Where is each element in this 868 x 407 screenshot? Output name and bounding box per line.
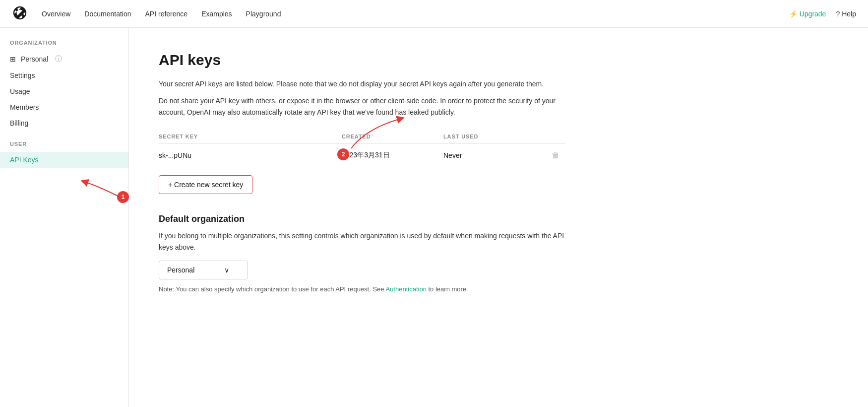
members-label: Members bbox=[10, 103, 39, 111]
info-icon: ⓘ bbox=[55, 55, 62, 64]
grid-icon: ⊞ bbox=[10, 55, 16, 63]
chevron-down-icon: ∨ bbox=[224, 266, 229, 274]
api-reference-link[interactable]: API reference bbox=[145, 10, 188, 18]
delete-icon[interactable]: 🗑 bbox=[552, 151, 559, 159]
layout: ORGANIZATION ⊞ Personal ⓘ Settings Usage… bbox=[0, 28, 868, 407]
billing-label: Billing bbox=[10, 119, 28, 127]
topnav-links: Overview Documentation API reference Exa… bbox=[42, 10, 281, 18]
upgrade-label: Upgrade bbox=[800, 10, 826, 18]
col-header-action bbox=[545, 130, 565, 144]
page-title: API keys bbox=[159, 52, 838, 68]
org-section-label: ORGANIZATION bbox=[0, 40, 128, 51]
main-content: API keys Your secret API keys are listed… bbox=[129, 28, 868, 407]
col-header-secret-key: SECRET KEY bbox=[159, 130, 342, 144]
examples-link[interactable]: Examples bbox=[201, 10, 232, 18]
upgrade-button[interactable]: ⚡ Upgrade bbox=[789, 10, 826, 18]
org-note-text: Note: You can also specify which organiz… bbox=[159, 285, 384, 293]
topnav: Overview Documentation API reference Exa… bbox=[0, 0, 868, 28]
topnav-right: ⚡ Upgrade ? Help bbox=[789, 10, 856, 18]
org-select-value: Personal bbox=[167, 266, 194, 274]
settings-label: Settings bbox=[10, 71, 35, 79]
usage-label: Usage bbox=[10, 87, 30, 95]
help-icon: ? bbox=[836, 10, 840, 18]
sidebar-item-api-keys[interactable]: API Keys bbox=[0, 152, 128, 168]
desc2: Do not share your API key with others, o… bbox=[159, 95, 565, 118]
user-section-label: USER bbox=[0, 141, 128, 152]
logo[interactable] bbox=[12, 5, 28, 22]
step-badge-1: 1 bbox=[117, 191, 129, 203]
last-used-value: Never bbox=[443, 144, 545, 167]
sidebar-item-members[interactable]: Members bbox=[0, 99, 128, 115]
sidebar-item-billing[interactable]: Billing bbox=[0, 115, 128, 131]
org-note: Note: You can also specify which organiz… bbox=[159, 285, 565, 293]
authentication-link[interactable]: Authentication bbox=[385, 285, 426, 293]
help-button[interactable]: ? Help bbox=[836, 10, 856, 18]
org-select[interactable]: Personal ∨ bbox=[159, 261, 248, 279]
table-row: sk-...pUNu 2023年3月31日 Never 🗑 bbox=[159, 144, 565, 167]
sidebar-item-usage[interactable]: Usage bbox=[0, 83, 128, 99]
created-value: 2023年3月31日 bbox=[342, 144, 443, 167]
api-keys-label: API Keys bbox=[10, 156, 39, 164]
sidebar-item-personal[interactable]: ⊞ Personal ⓘ bbox=[0, 51, 128, 68]
create-secret-key-button[interactable]: + Create new secret key bbox=[159, 175, 252, 194]
sidebar: ORGANIZATION ⊞ Personal ⓘ Settings Usage… bbox=[0, 28, 129, 407]
create-btn-row: + Create new secret key 2 bbox=[159, 175, 838, 194]
playground-link[interactable]: Playground bbox=[246, 10, 281, 18]
help-label: Help bbox=[842, 10, 856, 18]
default-org-title: Default organization bbox=[159, 214, 838, 224]
desc1: Your secret API keys are listed below. P… bbox=[159, 78, 565, 89]
documentation-link[interactable]: Documentation bbox=[84, 10, 131, 18]
overview-link[interactable]: Overview bbox=[42, 10, 70, 18]
sidebar-item-settings[interactable]: Settings bbox=[0, 68, 128, 83]
bolt-icon: ⚡ bbox=[789, 10, 798, 18]
delete-action[interactable]: 🗑 bbox=[545, 144, 565, 167]
keys-table: SECRET KEY CREATED LAST USED sk-...pUNu … bbox=[159, 130, 565, 167]
org-note-suffix2: to learn more. bbox=[429, 285, 468, 293]
personal-label: Personal bbox=[21, 55, 48, 63]
annotation-arrow-1 bbox=[69, 172, 129, 202]
col-header-created: CREATED bbox=[342, 130, 443, 144]
default-org-desc: If you belong to multiple organizations,… bbox=[159, 230, 565, 253]
key-value: sk-...pUNu bbox=[159, 144, 342, 167]
col-header-last-used: LAST USED bbox=[443, 130, 545, 144]
